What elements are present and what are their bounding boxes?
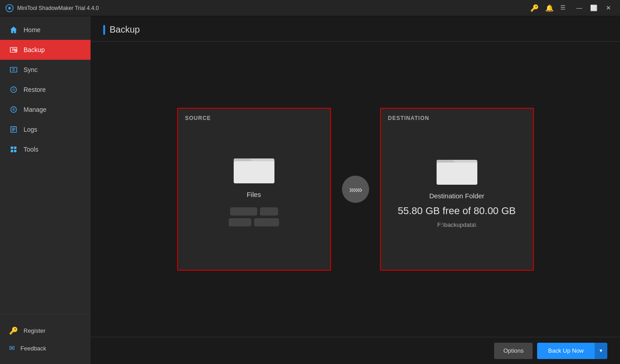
sidebar-item-register[interactable]: 🔑 Register xyxy=(0,322,91,340)
backup-icon xyxy=(9,45,18,54)
content-header: Backup xyxy=(91,16,620,42)
sidebar-label-restore: Restore xyxy=(24,86,46,93)
title-bar-icons: 🔑 🔔 ☰ xyxy=(530,4,566,12)
sidebar-item-sync[interactable]: Sync xyxy=(0,60,91,80)
source-folder-icon xyxy=(234,149,274,183)
manage-icon xyxy=(9,105,18,114)
register-label: Register xyxy=(24,327,45,334)
svg-rect-15 xyxy=(234,161,274,183)
blurred-pill-2 xyxy=(260,207,278,216)
maximize-button[interactable]: ⬜ xyxy=(587,3,600,14)
destination-card[interactable]: DESTINATION Destination Folder 55.80 GB … xyxy=(380,108,534,271)
app-logo xyxy=(5,4,14,12)
source-label: SOURCE xyxy=(185,115,211,121)
svg-rect-18 xyxy=(437,163,477,185)
sidebar-label-logs: Logs xyxy=(24,126,37,133)
tools-icon xyxy=(9,145,18,154)
destination-folder-title: Destination Folder xyxy=(429,192,485,200)
arrow-indicator: »»» xyxy=(342,176,369,203)
svg-point-7 xyxy=(12,108,14,110)
destination-path: F:\backupdata\ xyxy=(437,221,476,228)
backup-now-button[interactable]: Back Up Now xyxy=(537,343,595,359)
options-button[interactable]: Options xyxy=(494,343,533,359)
backup-dropdown-button[interactable]: ▼ xyxy=(595,343,607,359)
app-title: MiniTool ShadowMaker Trial 4.4.0 xyxy=(17,5,530,11)
svg-rect-12 xyxy=(14,150,16,152)
sidebar-nav: Home Backup Sync Restore xyxy=(0,20,91,314)
source-blurred-pills xyxy=(230,207,278,216)
blurred-pill-1 xyxy=(230,207,257,216)
source-type: Files xyxy=(247,191,261,198)
bottom-bar: Options Back Up Now ▼ xyxy=(91,337,620,364)
sidebar-label-home: Home xyxy=(24,26,40,34)
home-icon xyxy=(9,25,18,34)
sidebar-item-backup[interactable]: Backup xyxy=(0,40,91,60)
sidebar-item-manage[interactable]: Manage xyxy=(0,100,91,120)
content-body: SOURCE Files xyxy=(91,42,620,337)
destination-folder-icon xyxy=(437,151,477,185)
svg-point-1 xyxy=(9,7,10,9)
header-accent-bar xyxy=(103,25,105,35)
sidebar-label-tools: Tools xyxy=(24,146,38,153)
cards-container: SOURCE Files xyxy=(152,108,559,271)
sidebar-label-backup: Backup xyxy=(24,46,45,53)
main-layout: Home Backup Sync Restore xyxy=(0,16,620,364)
svg-rect-9 xyxy=(11,147,13,149)
feedback-icon: ✉ xyxy=(9,344,15,352)
arrow-icon: »»» xyxy=(349,184,361,195)
hamburger-icon[interactable]: ☰ xyxy=(560,4,566,12)
blurred-pill-3 xyxy=(229,218,251,226)
register-icon: 🔑 xyxy=(9,326,18,335)
blurred-pill-4 xyxy=(254,218,279,226)
restore-icon xyxy=(9,85,18,94)
dropdown-arrow-icon: ▼ xyxy=(599,348,603,353)
svg-rect-10 xyxy=(14,147,16,149)
source-card[interactable]: SOURCE Files xyxy=(177,108,331,271)
title-bar: MiniTool ShadowMaker Trial 4.4.0 🔑 🔔 ☰ —… xyxy=(0,0,620,16)
key-icon[interactable]: 🔑 xyxy=(530,4,539,12)
sync-icon xyxy=(9,65,18,74)
sidebar-item-tools[interactable]: Tools xyxy=(0,139,91,159)
logs-icon xyxy=(9,125,18,134)
content-area: Backup SOURCE Files xyxy=(91,16,620,364)
svg-rect-11 xyxy=(11,150,13,152)
svg-rect-4 xyxy=(10,67,17,72)
sidebar-item-restore[interactable]: Restore xyxy=(0,80,91,100)
sidebar: Home Backup Sync Restore xyxy=(0,16,91,364)
page-title: Backup xyxy=(110,24,140,35)
destination-storage: 55.80 GB free of 80.00 GB xyxy=(398,205,516,217)
minimize-button[interactable]: — xyxy=(573,3,586,14)
sidebar-item-logs[interactable]: Logs xyxy=(0,120,91,139)
window-controls: — ⬜ ✕ xyxy=(573,3,615,14)
sidebar-item-home[interactable]: Home xyxy=(0,20,91,40)
close-button[interactable]: ✕ xyxy=(602,3,615,14)
sidebar-item-feedback[interactable]: ✉ Feedback xyxy=(0,340,91,357)
source-blurred-pills-2 xyxy=(229,218,279,226)
destination-label: DESTINATION xyxy=(388,115,429,121)
sidebar-bottom: 🔑 Register ✉ Feedback xyxy=(0,314,91,364)
bell-icon[interactable]: 🔔 xyxy=(545,4,554,12)
sidebar-label-manage: Manage xyxy=(24,106,47,113)
sidebar-label-sync: Sync xyxy=(24,66,38,73)
feedback-label: Feedback xyxy=(20,345,46,352)
backup-button-group: Back Up Now ▼ xyxy=(537,343,607,359)
